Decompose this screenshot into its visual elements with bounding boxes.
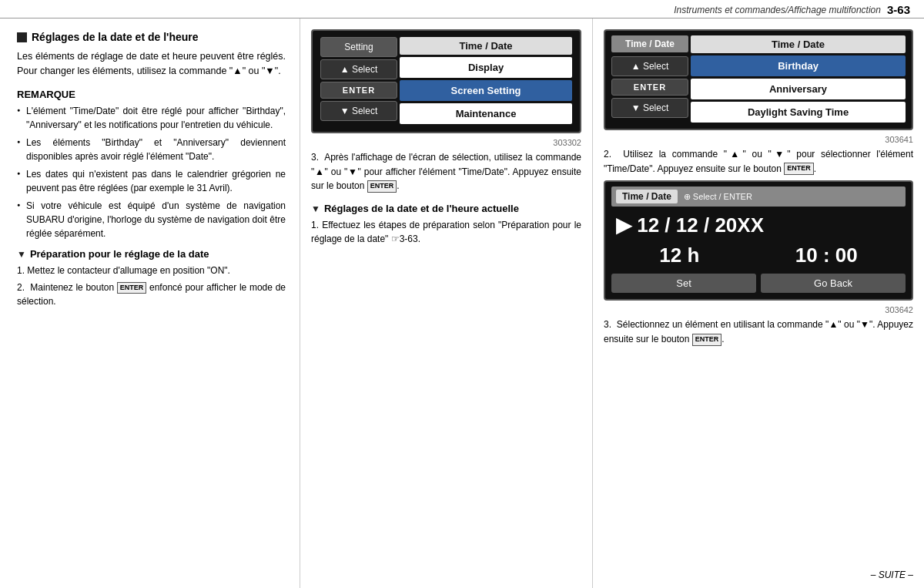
screen1-left: Setting ▲ Select ENTER ▼ Select <box>320 37 397 124</box>
screen3-label: Time / Date <box>616 190 678 203</box>
menu-anniversary[interactable]: Anniversary <box>691 79 906 99</box>
setting-btn: Setting <box>320 37 397 57</box>
section-title-text: Réglages de la date et de l'heure <box>32 31 199 43</box>
bullet-item-4: Si votre véhicule est équipé d'un systèm… <box>17 199 286 240</box>
screen1-right: Time / Date Display Screen Setting Maint… <box>400 37 572 124</box>
intro-text: Les éléments de réglage de date et heure… <box>17 49 286 79</box>
menu-display[interactable]: Display <box>400 57 572 78</box>
menu-screen-setting[interactable]: Screen Setting <box>400 80 572 101</box>
page-title: Instruments et commandes/Affichage multi… <box>674 5 881 15</box>
mid-step3-text: 3. Après l'affichage de l'écran de sélec… <box>311 150 581 193</box>
screen2-select-up[interactable]: ▲ Select <box>611 56 688 76</box>
screen3-image-num: 303642 <box>604 305 913 314</box>
screen3-date-row: ▶ 12 / 12 / 20XX <box>611 210 906 240</box>
screen3-mockup: Time / Date ⊕ Select / ENTER ▶ 12 / 12 /… <box>604 180 913 301</box>
right-step3-text: 3. Sélectionnez un élément en utilisant … <box>604 318 913 346</box>
mid-step1-text: 1. Effectuez les étapes de préparation s… <box>311 218 581 247</box>
screen2-select-down[interactable]: ▼ Select <box>611 98 688 118</box>
screen2-image-num: 303641 <box>604 135 913 144</box>
screen3-time-h: 12 h <box>659 244 699 267</box>
right-step2-text: 2. Utilisez la commande "▲" ou "▼" pour … <box>604 147 913 176</box>
screen3-action: ⊕ Select / ENTER <box>684 192 752 202</box>
remarque-title: REMARQUE <box>17 89 286 100</box>
bullet-item-1: L'élément "Time/Date" doit être réglé po… <box>17 104 286 132</box>
left-column: Réglages de la date et de l'heure Les él… <box>0 18 300 588</box>
top-bar: Instruments et commandes/Affichage multi… <box>0 0 924 18</box>
screen3-buttons: Set Go Back <box>611 274 906 293</box>
screen3-time-row: 12 h 10 : 00 <box>611 240 906 274</box>
step1-text: 1. Mettez le contacteur d'allumage en po… <box>17 264 286 277</box>
screen2-timedate: Time / Date <box>691 35 906 53</box>
screen2-grid: Time / Date ▲ Select ENTER ▼ Select Time… <box>611 35 906 123</box>
menu-maintenance[interactable]: Maintenance <box>400 103 572 124</box>
step2-text: 2. Maintenez le bouton ENTER enfoncé pou… <box>17 281 286 308</box>
select-up-btn[interactable]: ▲ Select <box>320 59 397 79</box>
menu-birthday[interactable]: Birthday <box>691 55 906 76</box>
triangle-icon: ▼ <box>17 249 26 260</box>
square-bullet-icon <box>17 32 27 42</box>
bullet-list: L'élément "Time/Date" doit être réglé po… <box>17 104 286 240</box>
screen1-mockup: Setting ▲ Select ENTER ▼ Select Time / D… <box>311 29 581 133</box>
prep-title: ▼ Préparation pour le réglage de la date <box>17 248 286 260</box>
select-down-btn[interactable]: ▼ Select <box>320 101 397 121</box>
page-number: 3-63 <box>887 3 910 16</box>
main-content: Réglages de la date et de l'heure Les él… <box>0 18 924 588</box>
screen1-timedate: Time / Date <box>400 37 572 55</box>
go-back-btn[interactable]: Go Back <box>761 274 906 293</box>
set-btn[interactable]: Set <box>611 274 756 293</box>
screen2-left: Time / Date ▲ Select ENTER ▼ Select <box>611 35 688 123</box>
page-container: Instruments et commandes/Affichage multi… <box>0 0 924 588</box>
screen2-right: Time / Date Birthday Anniversary Dayligh… <box>691 35 906 123</box>
bullet-item-3: Les dates qui n'existent pas dans le cal… <box>17 167 286 195</box>
screen2-header: Time / Date <box>611 35 688 52</box>
screen2-enter[interactable]: ENTER <box>611 79 688 96</box>
screen3-header: Time / Date ⊕ Select / ENTER <box>611 186 906 207</box>
screen2-mockup: Time / Date ▲ Select ENTER ▼ Select Time… <box>604 29 913 130</box>
screen1-image-num: 303302 <box>311 138 581 147</box>
enter-btn[interactable]: ENTER <box>320 82 397 99</box>
screen1-grid: Setting ▲ Select ENTER ▼ Select Time / D… <box>320 37 572 124</box>
middle-column: Setting ▲ Select ENTER ▼ Select Time / D… <box>300 18 593 588</box>
sub-section-title: ▼ Réglages de la date et de l'heure actu… <box>311 203 581 214</box>
right-column: Time / Date ▲ Select ENTER ▼ Select Time… <box>593 18 924 588</box>
screen3-date-value: ▶ 12 / 12 / 20XX <box>616 213 764 237</box>
section-title: Réglages de la date et de l'heure <box>17 31 286 43</box>
suite-text: – SUITE – <box>604 566 913 580</box>
triangle-icon-2: ▼ <box>311 203 320 214</box>
screen3-time-m: 10 : 00 <box>795 244 858 267</box>
bullet-item-2: Les éléments "Birthday" et "Anniversary"… <box>17 136 286 163</box>
menu-dst[interactable]: Daylight Saving Time <box>691 102 906 123</box>
